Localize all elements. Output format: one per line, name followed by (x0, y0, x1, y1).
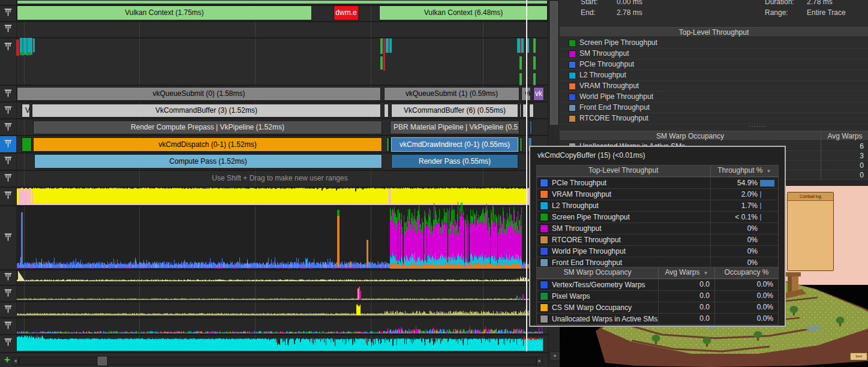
row-separator (0, 152, 548, 154)
row-separator (0, 118, 548, 119)
legend-item[interactable]: RTCORE Throughput (560, 113, 868, 124)
avg-warps-value: 0.0 (658, 291, 714, 302)
row-pin-icon[interactable] (4, 321, 13, 330)
pipeline-pbr-bar[interactable]: PBR Material Pipeline | VkPipeline (0.5 (390, 121, 519, 134)
vscroll-down-arrow[interactable]: ▾ (549, 351, 560, 361)
pipeline-small-bar[interactable] (530, 121, 532, 134)
metric-swatch (540, 213, 548, 221)
metric-label-cell: Screen Pipe Throughput (537, 213, 710, 221)
timeline-sliver[interactable] (380, 38, 383, 54)
legend-item[interactable]: World Pipe Throughput (560, 92, 868, 103)
metric-swatch (540, 224, 548, 233)
metric-label-cell: World Pipe Throughput (537, 247, 710, 255)
row-pin-icon[interactable] (4, 139, 13, 148)
row-pin-icon[interactable] (4, 305, 13, 314)
occupancy-value: 0.0% (714, 314, 778, 324)
vscroll-thumb[interactable] (550, 1, 558, 125)
avg-warps-value: 0.0 (658, 314, 714, 324)
timeline-area[interactable]: Vulkan Context (1.75ms)dwm.eVulkan Conte… (0, 0, 548, 367)
panel-splitter-handle[interactable]: ······· (740, 123, 776, 130)
value-bar (760, 214, 761, 221)
vkqueuesubmit-1-bar[interactable]: vkQueueSubmit (1) (0.59ms) (384, 87, 519, 101)
tooltip-throughput-table-header: Top-Level Throughput Throughput %▼ (537, 166, 778, 177)
metric-swatch (540, 281, 548, 289)
vulkan-context-bar-1[interactable]: Vulkan Context (6.48ms) (379, 5, 548, 20)
legend-label: Front End Throughput (579, 103, 650, 112)
row-pin-icon[interactable] (4, 122, 13, 131)
send-feedback-button: Send Feedback (850, 353, 867, 360)
metric-swatch (540, 201, 548, 210)
legend-item[interactable]: Front End Throughput (560, 103, 868, 113)
hscroll-left-arrow[interactable]: ◂ (12, 357, 19, 365)
hscroll-thumb[interactable] (98, 357, 107, 365)
row-pin-icon[interactable] (4, 156, 13, 165)
render-pass-bar[interactable]: Render Pass (0.55ms) (391, 154, 518, 169)
vkqueuesubmit-3-bar[interactable]: vk (533, 87, 544, 101)
hscroll-right-arrow[interactable]: ▸ (536, 357, 543, 365)
throughput-value: 2.0% (711, 190, 758, 198)
vkcommandbuffer-small-bar[interactable] (529, 104, 534, 118)
add-user-range-button[interactable]: + (2, 354, 13, 365)
timeline-sliver[interactable] (20, 52, 25, 55)
row-pin-icon[interactable] (4, 272, 13, 281)
timeline-sliver[interactable] (386, 38, 389, 53)
vkcommandbuffer-6-bar[interactable]: VkCommandBuffer (6) (0.55ms) (391, 104, 518, 118)
timeline-sliver[interactable] (521, 38, 524, 53)
timeline-sliver[interactable] (389, 38, 392, 53)
row-pin-icon[interactable] (4, 191, 13, 200)
row-pin-icon[interactable] (4, 8, 13, 17)
metric-label-cell: SM Throughput (537, 224, 710, 233)
tooltip-occupancy-table: SM Warp Occupancy Avg Warps▼ Occupancy %… (536, 267, 779, 325)
dispatch-green-bar[interactable] (22, 137, 32, 152)
dispatch-green-bar[interactable] (519, 137, 522, 152)
timeline-sliver[interactable] (533, 38, 536, 53)
timeline-sliver[interactable] (16, 40, 19, 56)
row-pin-icon[interactable] (4, 233, 13, 242)
pipeline-prepass-bar[interactable]: Render Compute Prepass | VkPipeline (1.5… (33, 121, 382, 134)
compute-pass-bar[interactable]: Compute Pass (1.52ms) (34, 154, 382, 169)
timeline-sliver[interactable] (33, 38, 35, 52)
metric-value-cell: 2.0% (710, 189, 778, 200)
timeline-sliver[interactable] (533, 73, 536, 85)
legend-item[interactable]: Screen Pipe Throughput (560, 38, 868, 49)
timeline-sliver[interactable] (383, 38, 385, 71)
vkcmddispatch-bar[interactable]: vkCmdDispatch (0-1) (1.52ms) (33, 137, 382, 152)
metric-label-cell: Vertex/Tess/Geometry Warps (537, 281, 658, 289)
timeline-sliver[interactable] (519, 56, 522, 70)
row-pin-icon[interactable] (4, 288, 13, 297)
legend-label: SM Throughput (579, 49, 629, 58)
timeline-sliver[interactable] (519, 73, 522, 85)
legend-item[interactable]: L2 Throughput (560, 70, 868, 81)
metric-value-cell: 0% (710, 223, 778, 234)
vkcommandbuffer-small-bar[interactable] (519, 104, 521, 118)
timeline-sliver[interactable] (380, 56, 383, 70)
avg-warps-column-header[interactable]: Avg Warps (821, 131, 868, 141)
row-pin-icon[interactable] (4, 173, 13, 182)
timeline-sliver[interactable] (533, 56, 536, 70)
legend-item[interactable]: VRAM Throughput (560, 81, 868, 92)
vkcommandbuffer-3-bar[interactable]: VkCommandBuffer (3) (1.52ms) (32, 104, 381, 118)
metric-swatch (540, 292, 548, 300)
row-pin-icon[interactable] (4, 42, 13, 51)
row-pin-icon[interactable] (4, 338, 13, 347)
vkcmddrawindirect-bar[interactable]: vkCmdDrawIndirect (0-1) (0.55ms) (391, 137, 518, 152)
legend-label: Screen Pipe Throughput (579, 38, 657, 47)
legend-item[interactable]: SM Throughput (560, 49, 868, 59)
vkcommandbuffer-small-bar[interactable]: Vk (22, 104, 30, 118)
top-strip-bar[interactable] (17, 0, 548, 4)
vulkan-context-bar-0[interactable]: Vulkan Context (1.75ms) (17, 5, 312, 20)
range-value: Entire Trace (807, 8, 846, 17)
dispatch-small-bar[interactable] (389, 137, 391, 152)
throughput-graphs-canvas[interactable] (17, 187, 543, 351)
vkqueuesubmit-0-bar[interactable]: vkQueueSubmit (0) (1.58ms) (17, 87, 381, 101)
dwm-bar[interactable]: dwm.e (334, 5, 359, 20)
legend-item[interactable]: PCIe Throughput (560, 59, 868, 70)
range-label: Range: (765, 8, 788, 17)
row-pin-icon[interactable] (4, 106, 13, 115)
metric-label: World Pipe Throughput (552, 247, 626, 255)
row-pin-icon[interactable] (4, 24, 13, 33)
vkcommandbuffer-small-bar[interactable] (384, 104, 389, 118)
hscroll-track[interactable] (19, 357, 536, 365)
timeline-sliver[interactable] (28, 52, 31, 55)
row-pin-icon[interactable] (4, 89, 13, 98)
